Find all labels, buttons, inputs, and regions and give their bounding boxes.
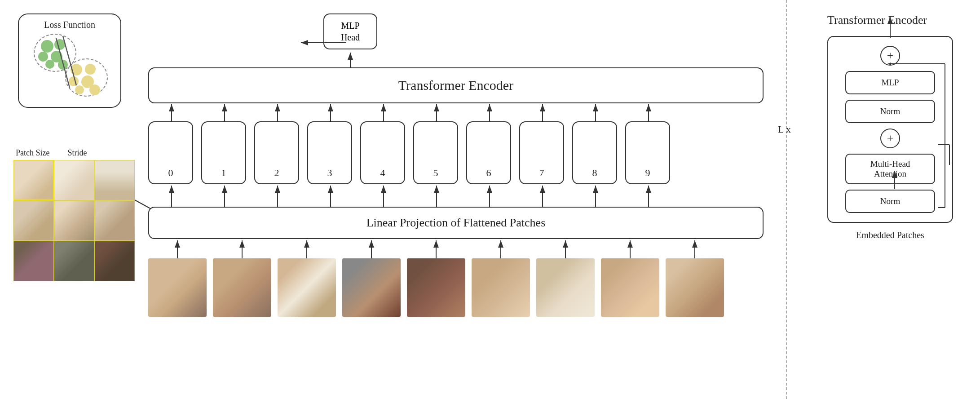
mlp-head-label: MLP Head — [341, 20, 360, 43]
loss-function-title: Loss Function — [44, 20, 95, 30]
patch-image — [13, 160, 135, 281]
faces-to-linproj-arrows — [148, 238, 764, 261]
mlp-head-box: MLP Head — [323, 13, 377, 49]
slash-lines-svg — [29, 29, 110, 99]
plus-symbol-bottom: + — [887, 132, 894, 145]
token-label-6: 6 — [486, 167, 491, 179]
face-patch-6 — [472, 258, 530, 317]
enc-norm-label-1: Norm — [880, 106, 900, 116]
face-patch-3 — [278, 258, 336, 317]
right-encoder-box: + MLP Norm + Mul — [827, 36, 953, 223]
dashed-separator — [786, 0, 787, 399]
tokens-row: 0 1 2 3 4 5 6 7 8 9 — [148, 121, 764, 184]
enc-norm-label-2: Norm — [880, 196, 900, 206]
svg-line-0 — [56, 38, 70, 88]
token-6: 6 — [466, 121, 511, 184]
loss-function-box: Loss Function — [18, 13, 121, 108]
right-section: Transformer Encoder L x + — [800, 13, 962, 240]
enc-norm-box-2: Norm — [845, 190, 935, 213]
right-encoder-wrapper: L x + — [800, 36, 953, 223]
top-out-arrow — [883, 14, 897, 39]
token-9: 9 — [625, 121, 670, 184]
token-label-2: 2 — [274, 167, 279, 179]
diagram-container: Loss Function — [0, 0, 980, 399]
face-patch-4 — [342, 258, 401, 317]
linproj-to-tokens-arrows — [148, 183, 764, 209]
face-patch-8 — [601, 258, 659, 317]
plus-circle-top: + — [880, 46, 900, 66]
token-label-8: 8 — [592, 167, 597, 179]
patch-section: Patch Size Stride — [13, 148, 139, 281]
plus-circle-bottom: + — [880, 129, 900, 148]
face-patch-1 — [148, 258, 207, 317]
token-label-3: 3 — [327, 167, 332, 179]
embedded-to-box-arrow — [888, 168, 901, 191]
face-patch-2 — [213, 258, 271, 317]
face-patch-7 — [536, 258, 595, 317]
token-label-9: 9 — [645, 167, 650, 179]
patch-labels: Patch Size Stride — [16, 148, 139, 158]
linear-projection-box: Linear Projection of Flattened Patches — [148, 207, 764, 239]
face-patch-9 — [666, 258, 724, 317]
token-2: 2 — [254, 121, 299, 184]
face-patches-row — [148, 258, 764, 317]
enc-norm-box-1: Norm — [845, 100, 935, 123]
linear-projection-label: Linear Projection of Flattened Patches — [366, 216, 546, 230]
token-8: 8 — [572, 121, 617, 184]
token-1: 1 — [201, 121, 246, 184]
transformer-encoder-box: Transformer Encoder — [148, 67, 764, 103]
enc-mlp-label: MLP — [881, 78, 899, 88]
token-label-5: 5 — [433, 167, 438, 179]
token-label-0: 0 — [168, 167, 173, 179]
patch-size-label: Patch Size — [16, 148, 49, 158]
transformer-encoder-label: Transformer Encoder — [398, 78, 513, 93]
face-patch-5 — [407, 258, 465, 317]
enc-mlp-box: MLP — [845, 71, 935, 94]
token-label-7: 7 — [539, 167, 544, 179]
token-0: 0 — [148, 121, 193, 184]
token-7: 7 — [519, 121, 564, 184]
plus-symbol-top: + — [887, 49, 894, 62]
token-5: 5 — [413, 121, 458, 184]
lx-label: L x — [778, 124, 791, 135]
loss-circles-container — [29, 29, 110, 99]
token-4: 4 — [360, 121, 405, 184]
token-3: 3 — [307, 121, 352, 184]
stride-label: Stride — [67, 148, 87, 158]
yellow-grid-svg — [13, 160, 135, 281]
token-label-1: 1 — [221, 167, 226, 179]
embedded-patches-label: Embedded Patches — [827, 230, 953, 240]
token-label-4: 4 — [380, 167, 385, 179]
svg-line-1 — [63, 36, 76, 85]
